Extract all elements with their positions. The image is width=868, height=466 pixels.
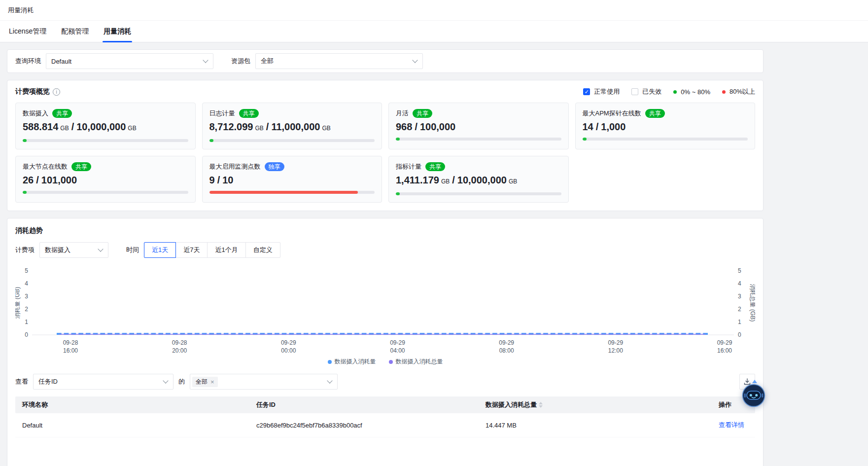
- unit-label: GB: [322, 125, 330, 132]
- legend-checkbox-expired[interactable]: 已失效: [631, 87, 661, 96]
- chevron-down-icon: [163, 378, 168, 383]
- svg-text:2: 2: [25, 306, 28, 313]
- page-title: 用量消耗: [8, 6, 34, 15]
- chart-legend-item[interactable]: 数据摄入消耗总量: [389, 358, 443, 366]
- info-icon[interactable]: i: [53, 88, 60, 96]
- checkbox-icon[interactable]: ✓: [583, 88, 590, 95]
- env-filter-label: 查询环境: [15, 57, 41, 66]
- selected-tag-label: 全部: [196, 378, 208, 386]
- card-header: 月活共享: [396, 109, 561, 118]
- svg-text:4: 4: [25, 280, 28, 287]
- tab-usage[interactable]: 用量消耗: [103, 21, 132, 42]
- card-header: 最大启用监测点数独享: [209, 162, 375, 171]
- legend-high-range: 80%以上: [722, 87, 755, 96]
- svg-text:3: 3: [738, 293, 741, 300]
- time-option-1[interactable]: 近7天: [175, 242, 208, 258]
- time-option-2[interactable]: 近1个月: [207, 242, 245, 258]
- badge-shared: 共享: [71, 162, 91, 171]
- dimension-select[interactable]: 任务ID: [33, 374, 174, 390]
- svg-text:12:00: 12:00: [608, 347, 623, 354]
- billing-item-label: 计费项: [15, 246, 35, 254]
- time-option-0[interactable]: 近1天: [144, 242, 176, 258]
- trend-title: 消耗趋势: [15, 226, 755, 235]
- card-usage-value: 26/101,000: [23, 174, 188, 186]
- consumption-table: 环境名称任务ID数据摄入消耗总量操作 Defaultc29b68ef9bc24f…: [15, 396, 755, 437]
- legend-label: 0% ~ 80%: [681, 88, 710, 96]
- svg-text:1: 1: [25, 319, 28, 325]
- card-usage-value: 968/100,000: [396, 120, 561, 133]
- table-header-row: 环境名称任务ID数据摄入消耗总量操作: [15, 396, 755, 413]
- svg-text:09-29: 09-29: [390, 339, 405, 346]
- package-select[interactable]: 全部: [255, 53, 423, 69]
- legend-label: 正常使用: [594, 87, 620, 96]
- usage-progress: [209, 191, 375, 194]
- sort-icon[interactable]: [539, 402, 543, 408]
- table-body: Defaultc29b68ef9bc24f5ebf7b6a8339b00acf1…: [15, 413, 755, 437]
- env-select[interactable]: Default: [46, 53, 213, 69]
- status-dot-icon: [673, 90, 677, 94]
- billing-item-select-value: 数据摄入: [45, 246, 94, 254]
- assistant-robot-button[interactable]: [741, 380, 767, 408]
- usage-progress: [23, 139, 188, 142]
- card-header: 最大节点在线数共享: [23, 162, 188, 171]
- cell-env-name: Default: [15, 413, 249, 437]
- tab-quota[interactable]: 配额管理: [60, 21, 90, 42]
- time-range-group: 近1天近7天近1个月自定义: [144, 242, 280, 258]
- usage-progress: [583, 138, 748, 141]
- unit-label: GB: [509, 178, 517, 185]
- badge-shared: 共享: [425, 162, 445, 171]
- robot-face-icon: [741, 383, 766, 408]
- package-select-value: 全部: [261, 57, 408, 66]
- card-title: 最大APM探针在线数: [583, 109, 641, 118]
- badge-shared: 共享: [239, 109, 259, 118]
- cell-action: 查看详情: [712, 413, 755, 437]
- svg-text:4: 4: [738, 280, 741, 287]
- unit-label: GB: [255, 125, 263, 132]
- checkbox-icon[interactable]: [631, 88, 638, 95]
- svg-text:09-29: 09-29: [717, 339, 732, 346]
- usage-progress-fill: [209, 191, 358, 194]
- table-header-0: 环境名称: [15, 396, 249, 413]
- card-title: 指标计量: [396, 162, 421, 171]
- badge-shared: 共享: [413, 109, 432, 118]
- svg-text:09-29: 09-29: [608, 339, 623, 346]
- svg-text:16:00: 16:00: [63, 347, 78, 354]
- legend-ok-range: 0% ~ 80%: [673, 88, 710, 96]
- view-detail-link[interactable]: 查看详情: [719, 421, 744, 430]
- overview-header: 计费项概览 i ✓正常使用已失效0% ~ 80%80%以上: [15, 87, 755, 96]
- usage-progress-fill: [209, 139, 213, 142]
- legend-checkbox-normal-use[interactable]: ✓正常使用: [583, 87, 620, 96]
- x-axis-labels: 09-2816:0009-2820:0009-2900:0009-2904:00…: [63, 339, 732, 354]
- svg-text:08:00: 08:00: [499, 347, 514, 354]
- svg-text:09-28: 09-28: [63, 339, 78, 346]
- chevron-down-icon: [98, 246, 103, 251]
- status-legend: ✓正常使用已失效0% ~ 80%80%以上: [583, 87, 755, 96]
- chart-legend-item[interactable]: 数据摄入消耗量: [328, 358, 376, 366]
- usage-progress-fill: [396, 192, 400, 195]
- env-select-value: Default: [51, 58, 199, 65]
- svg-text:3: 3: [25, 293, 28, 300]
- unit-label: GB: [128, 125, 136, 132]
- card-header: 指标计量共享: [396, 162, 561, 171]
- y-axis-title-left: 消耗量 (GB): [15, 287, 21, 319]
- y-axis-title-right: 消耗总量 (GB): [749, 284, 755, 322]
- tab-license[interactable]: License管理: [8, 21, 47, 42]
- billing-card-log-metering: 日志计量共享8,712.099GB/11,000,000GB: [202, 103, 382, 149]
- task-filter-select[interactable]: 全部 ×: [190, 374, 338, 390]
- svg-text:20:00: 20:00: [172, 347, 187, 354]
- table-header-1: 任务ID: [249, 396, 479, 413]
- legend-dot-icon: [328, 360, 332, 364]
- view-filter-bar: 查看 任务ID 的 全部 ×: [15, 374, 755, 390]
- card-header: 数据摄入共享: [23, 109, 188, 118]
- card-usage-value: 1,411.179GB/10,000,000GB: [396, 174, 561, 188]
- billing-card-metric-metering: 指标计量共享1,411.179GB/10,000,000GB: [388, 156, 569, 203]
- card-usage-value: 9/10: [209, 174, 375, 186]
- package-filter-label: 资源包: [231, 57, 250, 66]
- usage-progress: [396, 192, 561, 195]
- time-option-3[interactable]: 自定义: [245, 242, 280, 258]
- svg-text:09-29: 09-29: [281, 339, 296, 346]
- trend-panel: 消耗趋势 计费项 数据摄入 时间 近1天近7天近1个月自定义 001122334…: [7, 218, 764, 466]
- table-header-2[interactable]: 数据摄入消耗总量: [479, 396, 712, 413]
- billing-item-select[interactable]: 数据摄入: [39, 242, 108, 258]
- close-icon[interactable]: ×: [210, 379, 214, 385]
